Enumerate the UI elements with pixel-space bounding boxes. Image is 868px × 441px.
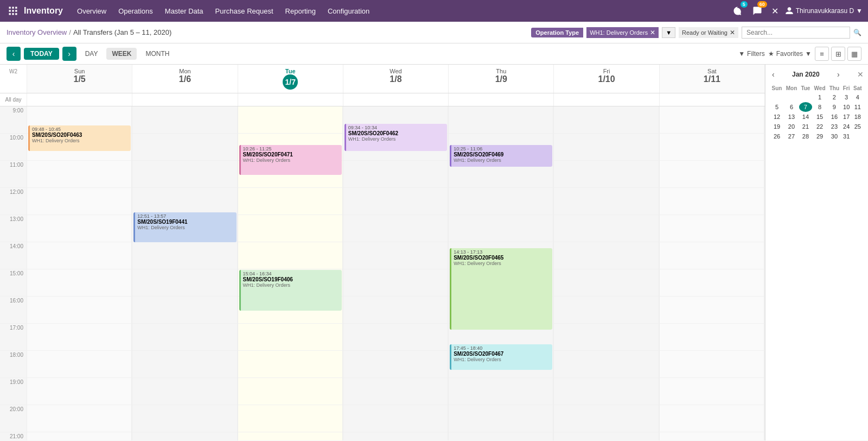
time-slot-6-5[interactable]: [660, 134, 764, 161]
mini-cal-day-0-4[interactable]: 2: [827, 92, 841, 102]
prev-button[interactable]: ‹: [7, 47, 21, 61]
time-slot-0-8[interactable]: [27, 215, 132, 242]
mini-cal-day-3-2[interactable]: 21: [799, 122, 812, 131]
time-slot-2-14[interactable]: [238, 378, 343, 405]
event-e8[interactable]: 17:45 - 18:40SM/20S/SO20F0467WH1: Delive…: [450, 344, 552, 370]
mini-cal-day-3-5[interactable]: 24: [841, 122, 852, 131]
time-slot-3-7[interactable]: [343, 188, 448, 215]
time-slot-5-6[interactable]: [554, 161, 659, 188]
month-button[interactable]: MONTH: [140, 48, 175, 60]
time-slot-2-4[interactable]: [238, 106, 343, 134]
time-slot-0-10[interactable]: [27, 269, 132, 297]
time-slot-3-8[interactable]: [343, 215, 448, 242]
mini-cal-day-4-0[interactable]: 26: [770, 131, 784, 141]
time-slot-4-14[interactable]: [449, 378, 553, 405]
time-slot-4-4[interactable]: [449, 106, 553, 134]
mini-cal-day-1-4[interactable]: 9: [827, 102, 841, 112]
time-slot-1-9[interactable]: [132, 242, 237, 269]
event-e1[interactable]: 09:48 - 10:45SM/20S/SO20F0463WH1: Delive…: [28, 125, 131, 151]
time-slot-5-13[interactable]: [554, 351, 659, 378]
time-slot-0-11[interactable]: [27, 297, 132, 324]
search-input[interactable]: [742, 27, 850, 39]
event-e6[interactable]: 10:25 - 11:06SM/20S/SO20F0469WH1: Delive…: [450, 145, 552, 167]
time-slot-2-12[interactable]: [238, 324, 343, 351]
time-slot-2-7[interactable]: [238, 188, 343, 215]
breadcrumb-link[interactable]: Inventory Overview: [7, 28, 67, 36]
time-slot-3-13[interactable]: [343, 351, 448, 378]
time-slot-6-10[interactable]: [660, 269, 764, 297]
nav-master-data[interactable]: Master Data: [159, 4, 209, 18]
mini-cal-day-4-2[interactable]: 28: [799, 131, 812, 141]
time-slot-0-9[interactable]: [27, 242, 132, 269]
nav-operations[interactable]: Operations: [113, 4, 158, 18]
time-slot-5-8[interactable]: [554, 215, 659, 242]
time-slot-5-12[interactable]: [554, 324, 659, 351]
time-slot-0-13[interactable]: [27, 351, 132, 378]
time-slot-6-14[interactable]: [660, 378, 764, 405]
time-slot-6-15[interactable]: [660, 405, 764, 432]
time-slot-1-11[interactable]: [132, 297, 237, 324]
time-slot-0-7[interactable]: [27, 188, 132, 215]
time-slot-3-14[interactable]: [343, 378, 448, 405]
time-slot-6-11[interactable]: [660, 297, 764, 324]
mini-cal-day-0-6[interactable]: 4: [852, 92, 864, 102]
time-slot-6-16[interactable]: [660, 432, 764, 440]
time-slot-5-14[interactable]: [554, 378, 659, 405]
mini-cal-day-2-0[interactable]: 12: [770, 112, 784, 122]
time-slot-3-12[interactable]: [343, 324, 448, 351]
event-e5[interactable]: 09:34 - 10:34SM/20S/SO20F0462WH1: Delive…: [344, 124, 447, 151]
mini-cal-day-1-5[interactable]: 10: [841, 102, 852, 112]
time-slot-6-12[interactable]: [660, 324, 764, 351]
time-slot-0-15[interactable]: [27, 405, 132, 432]
mini-cal-day-3-3[interactable]: 22: [812, 122, 827, 131]
time-slot-1-13[interactable]: [132, 351, 237, 378]
time-slot-0-16[interactable]: [27, 432, 132, 440]
mini-cal-prev[interactable]: ‹: [770, 69, 777, 80]
today-button[interactable]: TODAY: [24, 48, 59, 60]
user-menu[interactable]: Thirunavukkarasu D ▼: [785, 7, 863, 15]
next-button[interactable]: ›: [62, 47, 76, 61]
time-slot-5-11[interactable]: [554, 297, 659, 324]
time-slot-3-10[interactable]: [343, 269, 448, 297]
time-slot-4-16[interactable]: [449, 432, 553, 440]
app-grid-icon[interactable]: [5, 3, 21, 18]
time-slot-5-15[interactable]: [554, 405, 659, 432]
time-slot-1-5[interactable]: [132, 134, 237, 161]
nav-configuration[interactable]: Configuration: [322, 4, 375, 18]
mini-cal-day-2-1[interactable]: 13: [784, 112, 799, 122]
mini-cal-day-2-3[interactable]: 15: [812, 112, 827, 122]
time-slot-1-16[interactable]: [132, 432, 237, 440]
grid-view-button[interactable]: ⊞: [831, 47, 845, 61]
mini-cal-next[interactable]: ›: [835, 69, 842, 80]
mini-cal-close[interactable]: ✕: [857, 70, 864, 79]
close-icon[interactable]: ✕: [769, 4, 781, 18]
time-slot-3-15[interactable]: [343, 405, 448, 432]
time-slot-5-4[interactable]: [554, 106, 659, 134]
mini-cal-day-3-6[interactable]: 25: [852, 122, 864, 131]
time-slot-1-4[interactable]: [132, 106, 237, 134]
filters-button[interactable]: ▼ Filters: [738, 50, 765, 58]
nav-purchase-request[interactable]: Purchase Request: [210, 4, 279, 18]
time-slot-5-5[interactable]: [554, 134, 659, 161]
mini-cal-day-1-0[interactable]: 5: [770, 102, 784, 112]
time-slot-6-6[interactable]: [660, 161, 764, 188]
mini-cal-day-4-1[interactable]: 27: [784, 131, 799, 141]
time-slot-2-9[interactable]: [238, 242, 343, 269]
favorites-button[interactable]: ★ Favorites ▼: [768, 50, 812, 58]
time-slot-3-6[interactable]: [343, 161, 448, 188]
mini-cal-day-4-5[interactable]: 31: [841, 131, 852, 141]
time-slot-0-6[interactable]: [27, 161, 132, 188]
chat-icon-badge[interactable]: 5: [730, 3, 745, 18]
mini-cal-day-3-4[interactable]: 23: [827, 122, 841, 131]
mini-cal-day-1-2[interactable]: 7: [799, 102, 812, 112]
time-slot-3-16[interactable]: [343, 432, 448, 440]
list-view-button[interactable]: ≡: [815, 47, 829, 61]
filter-funnel[interactable]: ▼: [662, 27, 675, 38]
time-slot-4-8[interactable]: [449, 215, 553, 242]
time-slot-1-15[interactable]: [132, 405, 237, 432]
time-slot-6-4[interactable]: [660, 106, 764, 134]
mini-cal-day-2-6[interactable]: 18: [852, 112, 864, 122]
event-e2[interactable]: 12:51 - 13:57SM/20S/SO19F0441WH1: Delive…: [133, 212, 236, 242]
time-slot-3-11[interactable]: [343, 297, 448, 324]
mini-cal-day-1-6[interactable]: 11: [852, 102, 864, 112]
